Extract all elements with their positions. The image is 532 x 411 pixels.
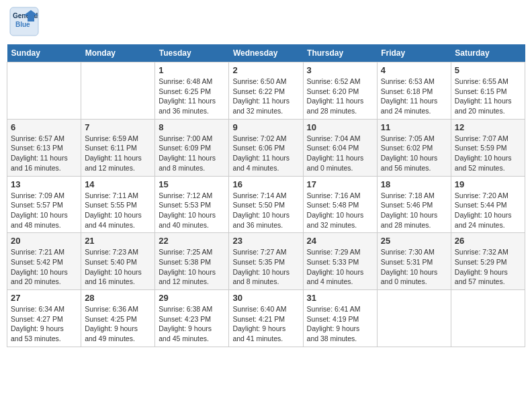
sunrise-text: Sunrise: 6:41 AM bbox=[307, 304, 373, 314]
daylight-text: Daylight: 9 hours and 57 minutes. bbox=[455, 267, 521, 287]
cell-content: Sunrise: 7:02 AMSunset: 6:06 PMDaylight:… bbox=[232, 134, 299, 173]
day-number: 18 bbox=[381, 179, 447, 189]
sunset-text: Sunset: 4:27 PM bbox=[11, 314, 77, 324]
sunrise-text: Sunrise: 7:09 AM bbox=[11, 191, 77, 201]
daylight-text: Daylight: 9 hours and 45 minutes. bbox=[159, 324, 225, 343]
cell-content: Sunrise: 6:59 AMSunset: 6:11 PMDaylight:… bbox=[85, 134, 151, 173]
day-number: 7 bbox=[85, 122, 151, 132]
sunset-text: Sunset: 6:25 PM bbox=[159, 87, 225, 97]
sunset-text: Sunset: 4:21 PM bbox=[232, 314, 299, 324]
page-header: General Blue bbox=[7, 7, 525, 39]
sunset-text: Sunset: 5:48 PM bbox=[307, 200, 373, 210]
sunset-text: Sunset: 5:42 PM bbox=[11, 257, 77, 267]
sunrise-text: Sunrise: 7:00 AM bbox=[159, 134, 225, 144]
daylight-text: Daylight: 10 hours and 44 minutes. bbox=[85, 210, 151, 230]
header-row: SundayMondayTuesdayWednesdayThursdayFrid… bbox=[7, 44, 525, 62]
day-number: 26 bbox=[455, 236, 521, 246]
day-number: 27 bbox=[11, 293, 77, 303]
col-header-saturday: Saturday bbox=[451, 44, 525, 62]
sunrise-text: Sunrise: 7:20 AM bbox=[455, 191, 521, 201]
sunrise-text: Sunrise: 7:05 AM bbox=[381, 134, 447, 144]
day-number: 25 bbox=[381, 236, 447, 246]
cell-content: Sunrise: 6:55 AMSunset: 6:15 PMDaylight:… bbox=[455, 77, 521, 116]
calendar-cell: 4Sunrise: 6:53 AMSunset: 6:18 PMDaylight… bbox=[377, 62, 451, 120]
day-number: 17 bbox=[307, 179, 373, 189]
sunset-text: Sunset: 5:53 PM bbox=[159, 200, 225, 210]
daylight-text: Daylight: 9 hours and 38 minutes. bbox=[307, 324, 373, 343]
daylight-text: Daylight: 10 hours and 4 minutes. bbox=[307, 267, 373, 287]
logo-bird-icon: General Blue bbox=[9, 7, 39, 36]
calendar-cell: 24Sunrise: 7:29 AMSunset: 5:33 PMDayligh… bbox=[303, 233, 377, 290]
daylight-text: Daylight: 10 hours and 24 minutes. bbox=[455, 210, 521, 230]
sunset-text: Sunset: 4:19 PM bbox=[307, 314, 373, 324]
sunset-text: Sunset: 5:40 PM bbox=[85, 257, 151, 267]
day-number: 16 bbox=[232, 179, 299, 189]
daylight-text: Daylight: 9 hours and 53 minutes. bbox=[11, 324, 77, 343]
cell-content: Sunrise: 7:20 AMSunset: 5:44 PMDaylight:… bbox=[455, 191, 521, 230]
week-row-5: 27Sunrise: 6:34 AMSunset: 4:27 PMDayligh… bbox=[7, 290, 525, 347]
sunrise-text: Sunrise: 7:12 AM bbox=[159, 191, 225, 201]
day-number: 8 bbox=[159, 122, 225, 132]
day-number: 5 bbox=[455, 65, 521, 75]
sunrise-text: Sunrise: 7:04 AM bbox=[307, 134, 373, 144]
calendar-cell: 10Sunrise: 7:04 AMSunset: 6:04 PMDayligh… bbox=[303, 119, 377, 176]
cell-content: Sunrise: 7:07 AMSunset: 5:59 PMDaylight:… bbox=[455, 134, 521, 173]
day-number: 4 bbox=[381, 65, 447, 75]
col-header-friday: Friday bbox=[377, 44, 451, 62]
sunset-text: Sunset: 5:50 PM bbox=[232, 200, 299, 210]
week-row-4: 20Sunrise: 7:21 AMSunset: 5:42 PMDayligh… bbox=[7, 233, 525, 290]
daylight-text: Daylight: 11 hours and 24 minutes. bbox=[381, 96, 447, 116]
calendar-cell: 28Sunrise: 6:36 AMSunset: 4:25 PMDayligh… bbox=[81, 290, 155, 347]
day-number: 15 bbox=[159, 179, 225, 189]
daylight-text: Daylight: 11 hours and 16 minutes. bbox=[11, 153, 77, 173]
day-number: 21 bbox=[85, 236, 151, 246]
calendar-cell: 26Sunrise: 7:32 AMSunset: 5:29 PMDayligh… bbox=[451, 233, 525, 290]
cell-content: Sunrise: 6:40 AMSunset: 4:21 PMDaylight:… bbox=[232, 304, 299, 344]
sunrise-text: Sunrise: 6:57 AM bbox=[11, 134, 77, 144]
calendar-cell: 27Sunrise: 6:34 AMSunset: 4:27 PMDayligh… bbox=[7, 290, 81, 347]
daylight-text: Daylight: 11 hours and 12 minutes. bbox=[85, 153, 151, 173]
sunset-text: Sunset: 5:55 PM bbox=[85, 200, 151, 210]
cell-content: Sunrise: 7:18 AMSunset: 5:46 PMDaylight:… bbox=[381, 191, 447, 230]
cell-content: Sunrise: 6:48 AMSunset: 6:25 PMDaylight:… bbox=[159, 77, 225, 116]
day-number: 29 bbox=[159, 293, 225, 303]
day-number: 6 bbox=[11, 122, 77, 132]
sunset-text: Sunset: 5:35 PM bbox=[232, 257, 299, 267]
week-row-3: 13Sunrise: 7:09 AMSunset: 5:57 PMDayligh… bbox=[7, 176, 525, 233]
daylight-text: Daylight: 10 hours and 0 minutes. bbox=[381, 267, 447, 287]
day-number: 10 bbox=[307, 122, 373, 132]
calendar-cell: 1Sunrise: 6:48 AMSunset: 6:25 PMDaylight… bbox=[155, 62, 229, 120]
calendar-table: SundayMondayTuesdayWednesdayThursdayFrid… bbox=[7, 44, 525, 347]
cell-content: Sunrise: 6:41 AMSunset: 4:19 PMDaylight:… bbox=[307, 304, 373, 344]
sunset-text: Sunset: 6:04 PM bbox=[307, 143, 373, 153]
cell-content: Sunrise: 7:09 AMSunset: 5:57 PMDaylight:… bbox=[11, 191, 77, 230]
sunrise-text: Sunrise: 7:14 AM bbox=[232, 191, 299, 201]
calendar-cell: 12Sunrise: 7:07 AMSunset: 5:59 PMDayligh… bbox=[451, 119, 525, 176]
day-number: 24 bbox=[307, 236, 373, 246]
sunset-text: Sunset: 6:18 PM bbox=[381, 87, 447, 97]
calendar-cell bbox=[7, 62, 81, 120]
calendar-cell: 11Sunrise: 7:05 AMSunset: 6:02 PMDayligh… bbox=[377, 119, 451, 176]
daylight-text: Daylight: 10 hours and 48 minutes. bbox=[11, 210, 77, 230]
calendar-cell: 22Sunrise: 7:25 AMSunset: 5:38 PMDayligh… bbox=[155, 233, 229, 290]
daylight-text: Daylight: 10 hours and 40 minutes. bbox=[159, 210, 225, 230]
cell-content: Sunrise: 7:30 AMSunset: 5:31 PMDaylight:… bbox=[381, 247, 447, 287]
day-number: 14 bbox=[85, 179, 151, 189]
cell-content: Sunrise: 6:53 AMSunset: 6:18 PMDaylight:… bbox=[381, 77, 447, 116]
daylight-text: Daylight: 10 hours and 16 minutes. bbox=[85, 267, 151, 287]
calendar-cell: 19Sunrise: 7:20 AMSunset: 5:44 PMDayligh… bbox=[451, 176, 525, 233]
sunset-text: Sunset: 6:13 PM bbox=[11, 143, 77, 153]
sunrise-text: Sunrise: 6:55 AM bbox=[455, 77, 521, 87]
day-number: 1 bbox=[159, 65, 225, 75]
sunrise-text: Sunrise: 6:53 AM bbox=[381, 77, 447, 87]
sunrise-text: Sunrise: 6:38 AM bbox=[159, 304, 225, 314]
daylight-text: Daylight: 11 hours and 0 minutes. bbox=[307, 153, 373, 173]
logo: General Blue bbox=[9, 7, 39, 39]
sunset-text: Sunset: 5:46 PM bbox=[381, 200, 447, 210]
sunset-text: Sunset: 6:20 PM bbox=[307, 87, 373, 97]
calendar-cell: 17Sunrise: 7:16 AMSunset: 5:48 PMDayligh… bbox=[303, 176, 377, 233]
sunrise-text: Sunrise: 6:40 AM bbox=[232, 304, 299, 314]
calendar-cell: 6Sunrise: 6:57 AMSunset: 6:13 PMDaylight… bbox=[7, 119, 81, 176]
svg-text:Blue: Blue bbox=[15, 21, 30, 28]
sunrise-text: Sunrise: 7:02 AM bbox=[232, 134, 299, 144]
